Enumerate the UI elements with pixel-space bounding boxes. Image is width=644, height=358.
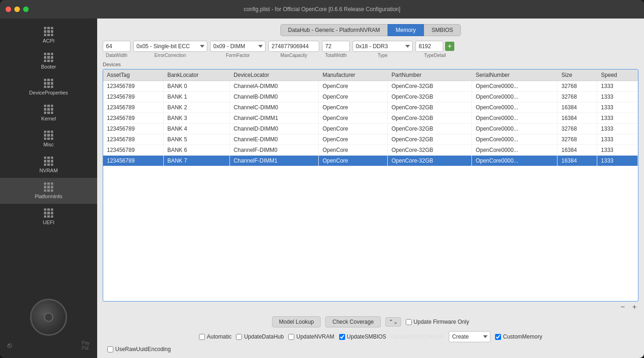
sidebar-item-platforminfo[interactable]: PlatformInfo bbox=[0, 178, 97, 204]
sidebar-label-misc: Misc bbox=[43, 142, 54, 147]
use-raw-uuid-checkbox[interactable] bbox=[107, 346, 113, 352]
model-lookup-button[interactable]: Model Lookup bbox=[272, 316, 321, 327]
close-button[interactable] bbox=[6, 6, 11, 12]
col-size: Size bbox=[557, 69, 597, 81]
toolbar-row-2: Automatic UpdateDataHub UpdateNVRAM Upda… bbox=[103, 331, 638, 342]
field-errorcorrection: 0x05 - Single-bit ECC ErrorCorrection bbox=[133, 41, 207, 58]
sidebar-item-booter[interactable]: Booter bbox=[0, 48, 97, 74]
table-cell: BANK 5 bbox=[163, 134, 229, 145]
update-datahub-checkbox[interactable] bbox=[236, 334, 242, 340]
table-row[interactable]: 123456789BANK 1ChannelB-DIMM0OpenCoreOpe… bbox=[103, 92, 638, 102]
custom-memory-label[interactable]: CustomMemory bbox=[495, 333, 542, 340]
update-smbios-mode-select[interactable]: Create Overwrite Custom bbox=[449, 331, 490, 342]
field-maxcapacity: MaxCapacity bbox=[268, 41, 319, 58]
table-cell: 123456789 bbox=[103, 124, 163, 134]
main-layout: ACPI Booter DeviceProperties bbox=[0, 19, 644, 358]
col-banklocator: BankLocator bbox=[163, 69, 229, 81]
typedetail-add-button[interactable]: + bbox=[445, 42, 454, 51]
errorcorrection-label: ErrorCorrection bbox=[155, 53, 186, 58]
table-cell: ChannelF-DIMM1 bbox=[230, 156, 319, 166]
table-cell: BANK 3 bbox=[163, 113, 229, 124]
table-row[interactable]: 123456789BANK 4ChannelD-DIMM0OpenCoreOpe… bbox=[103, 124, 638, 134]
errorcorrection-select[interactable]: 0x05 - Single-bit ECC bbox=[133, 41, 207, 52]
sidebar-label-deviceproperties: DeviceProperties bbox=[29, 90, 68, 95]
update-firmware-only-label[interactable]: Update Firmware Only bbox=[406, 319, 469, 325]
check-coverage-button[interactable]: Check Coverage bbox=[325, 316, 380, 327]
maxcapacity-input[interactable] bbox=[268, 41, 319, 52]
table-cell: ChannelC-DIMM0 bbox=[230, 102, 319, 113]
main-window: config.plist - for Official OpenCore [0.… bbox=[0, 0, 644, 358]
update-nvram-text: UpdateNVRAM bbox=[296, 333, 334, 340]
minimize-button[interactable] bbox=[14, 6, 20, 12]
automatic-checkbox[interactable] bbox=[199, 334, 205, 340]
update-nvram-label[interactable]: UpdateNVRAM bbox=[288, 333, 334, 340]
tab-datahub[interactable]: DataHub - Generic - PlatformNVRAM bbox=[280, 24, 388, 36]
datawidth-input[interactable] bbox=[103, 41, 130, 52]
table-cell: 1333 bbox=[597, 92, 638, 102]
cd-inner bbox=[44, 313, 53, 322]
sidebar-item-kernel[interactable]: Kernel bbox=[0, 100, 97, 126]
sidebar-item-misc[interactable]: Misc bbox=[0, 126, 97, 152]
col-assettag: AssetTag bbox=[103, 69, 163, 81]
table-cell: ChannelD-DIMM0 bbox=[230, 124, 319, 134]
table-cell: BANK 6 bbox=[163, 145, 229, 156]
table-container[interactable]: AssetTag BankLocator DeviceLocator Manuf… bbox=[103, 69, 638, 301]
formfactor-select[interactable]: 0x09 - DIMM bbox=[210, 41, 266, 52]
table-cell: 1333 bbox=[597, 145, 638, 156]
table-cell: 1333 bbox=[597, 81, 638, 92]
update-smbios-mode-label: UpdateSMBIOSMode bbox=[391, 333, 444, 340]
type-select[interactable]: 0x18 - DDR3 bbox=[353, 41, 413, 52]
paypal-label: PayPal bbox=[82, 340, 90, 351]
table-row[interactable]: 123456789BANK 0ChannelA-DIMM0OpenCoreOpe… bbox=[103, 81, 638, 92]
type-label: Type bbox=[378, 53, 388, 58]
table-cell: OpenCore0000... bbox=[472, 102, 557, 113]
table-cell: 16384 bbox=[557, 156, 597, 166]
col-serialnumber: SerialNumber bbox=[472, 69, 557, 81]
maximize-button[interactable] bbox=[23, 6, 29, 12]
update-nvram-checkbox[interactable] bbox=[288, 334, 294, 340]
update-smbios-checkbox[interactable] bbox=[339, 334, 345, 340]
update-firmware-only-checkbox[interactable] bbox=[406, 319, 412, 325]
grid-icon bbox=[44, 53, 53, 62]
table-cell: OpenCore0000... bbox=[472, 92, 557, 102]
col-devicelocator: DeviceLocator bbox=[230, 69, 319, 81]
updown-button[interactable]: ⌃⌄ bbox=[385, 317, 401, 327]
table-cell: ChannelB-DIMM0 bbox=[230, 92, 319, 102]
sidebar-item-nvram[interactable]: NVRAM bbox=[0, 152, 97, 178]
toolbar-row-3: UseRawUuidEncoding bbox=[103, 346, 638, 352]
totalwidth-input[interactable] bbox=[322, 41, 350, 52]
table-row[interactable]: 123456789BANK 7ChannelF-DIMM1OpenCoreOpe… bbox=[103, 156, 638, 166]
custom-memory-checkbox[interactable] bbox=[495, 334, 501, 340]
table-row[interactable]: 123456789BANK 3ChannelC-DIMM1OpenCoreOpe… bbox=[103, 113, 638, 124]
table-cell: 16384 bbox=[557, 113, 597, 124]
grid-icon bbox=[44, 157, 53, 166]
fields-row: DataWidth 0x05 - Single-bit ECC ErrorCor… bbox=[103, 41, 638, 58]
table-cell: 123456789 bbox=[103, 92, 163, 102]
automatic-label[interactable]: Automatic bbox=[199, 333, 231, 340]
add-row-button[interactable]: + bbox=[631, 303, 638, 311]
sidebar-label-platforminfo: PlatformInfo bbox=[35, 194, 62, 199]
sidebar-item-uefi[interactable]: UEFI bbox=[0, 204, 97, 230]
tab-smbios[interactable]: SMBIOS bbox=[424, 24, 461, 36]
use-raw-uuid-label[interactable]: UseRawUuidEncoding bbox=[107, 346, 171, 352]
table-cell: BANK 7 bbox=[163, 156, 229, 166]
update-smbios-label[interactable]: UpdateSMBIOS bbox=[339, 333, 386, 340]
table-cell: OpenCore-32GB bbox=[388, 124, 472, 134]
typedetail-input[interactable] bbox=[415, 41, 443, 52]
remove-row-button[interactable]: − bbox=[619, 303, 626, 311]
table-row[interactable]: 123456789BANK 6ChannelF-DIMM0OpenCoreOpe… bbox=[103, 145, 638, 156]
table-cell: 32768 bbox=[557, 124, 597, 134]
table-cell: ChannelA-DIMM0 bbox=[230, 81, 319, 92]
table-row[interactable]: 123456789BANK 5ChannelE-DIMM0OpenCoreOpe… bbox=[103, 134, 638, 145]
grid-icon bbox=[44, 208, 53, 218]
sidebar-item-acpi[interactable]: ACPI bbox=[0, 22, 97, 48]
tab-memory[interactable]: Memory bbox=[388, 24, 423, 36]
table-cell: OpenCore bbox=[319, 145, 388, 156]
share-icon[interactable]: ⎋ bbox=[7, 341, 12, 350]
table-row[interactable]: 123456789BANK 2ChannelC-DIMM0OpenCoreOpe… bbox=[103, 102, 638, 113]
content-area: DataHub - Generic - PlatformNVRAM Memory… bbox=[97, 19, 644, 358]
table-cell: 1333 bbox=[597, 102, 638, 113]
sidebar-item-deviceproperties[interactable]: DeviceProperties bbox=[0, 74, 97, 100]
table-cell: OpenCore bbox=[319, 113, 388, 124]
update-datahub-label[interactable]: UpdateDataHub bbox=[236, 333, 284, 340]
